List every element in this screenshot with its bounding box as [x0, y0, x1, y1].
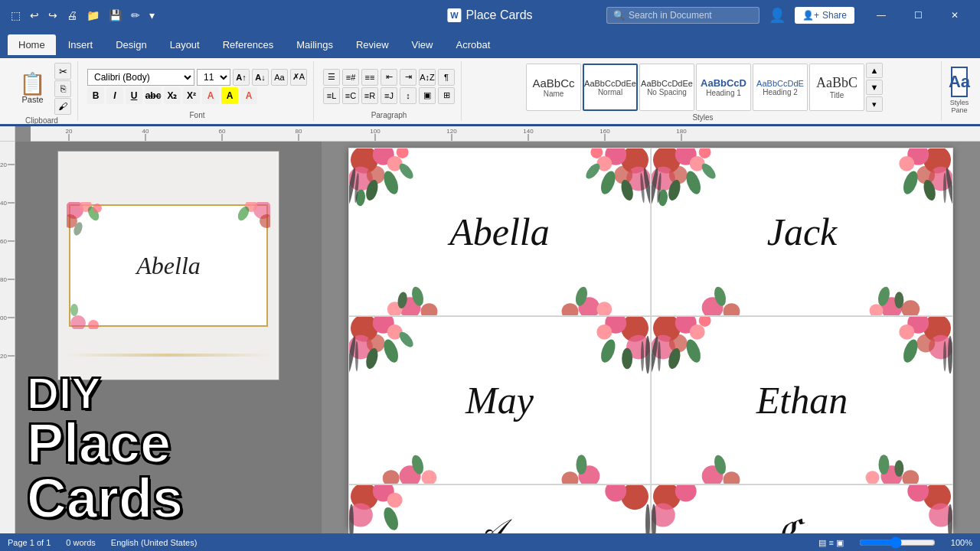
- underline-button[interactable]: U: [126, 87, 142, 104]
- cut-button[interactable]: ✂: [54, 63, 71, 80]
- draw-icon[interactable]: ✏: [128, 8, 143, 23]
- style-title[interactable]: AaBbC Title: [809, 64, 864, 111]
- ruler-vertical: 20 40 60 80 100 120: [0, 142, 15, 533]
- tab-mailings[interactable]: Mailings: [286, 34, 344, 55]
- tab-acrobat[interactable]: Acrobat: [445, 34, 501, 55]
- open-icon[interactable]: 📁: [83, 8, 103, 23]
- place-card-jack[interactable]: Jack: [651, 148, 953, 316]
- font-shrink-button[interactable]: A↓: [252, 69, 269, 86]
- search-box[interactable]: 🔍 Search in Document: [606, 7, 760, 24]
- styles-scroll-up[interactable]: ▲: [866, 63, 883, 78]
- numbering-button[interactable]: ≡#: [342, 69, 359, 86]
- style-heading1[interactable]: AaBbCcD Heading 1: [696, 64, 751, 111]
- tab-references[interactable]: References: [212, 34, 284, 55]
- styles-scroll-down[interactable]: ▼: [866, 80, 883, 95]
- save-icon[interactable]: ⬚: [8, 8, 24, 23]
- minimize-button[interactable]: —: [864, 4, 899, 27]
- print-icon[interactable]: 🖨: [64, 8, 80, 23]
- tab-view[interactable]: View: [401, 34, 444, 55]
- tab-home[interactable]: Home: [8, 34, 56, 55]
- tab-layout[interactable]: Layout: [159, 34, 211, 55]
- svg-text:60: 60: [219, 128, 226, 135]
- shading-para-button[interactable]: ▣: [419, 87, 436, 104]
- style-no-spacing[interactable]: AaBbCcDdEe No Spacing: [639, 64, 694, 111]
- increase-indent-button[interactable]: ⇥: [400, 69, 416, 86]
- svg-point-158: [387, 493, 403, 508]
- font-group: Calibri (Body) 11 A↑ A↓ Aa ✗A B I U: [81, 61, 314, 121]
- show-formatting-button[interactable]: ¶: [438, 69, 455, 86]
- search-icon: 🔍: [613, 10, 625, 21]
- close-button[interactable]: ✕: [937, 4, 972, 27]
- font-color-button[interactable]: A: [202, 87, 219, 104]
- svg-point-73: [596, 302, 612, 315]
- more-icon[interactable]: ▾: [146, 8, 158, 23]
- bullets-button[interactable]: ☰: [323, 69, 340, 86]
- superscript-button[interactable]: X²: [183, 87, 200, 104]
- multilevel-button[interactable]: ≡≡: [361, 69, 378, 86]
- align-center-button[interactable]: ≡C: [342, 87, 359, 104]
- svg-point-151: [902, 470, 919, 484]
- maximize-button[interactable]: ☐: [900, 4, 936, 27]
- style-heading2[interactable]: AaBbCcDdE Heading 2: [753, 64, 808, 111]
- place-card-6[interactable]: ℭ...: [651, 484, 953, 533]
- align-right-button[interactable]: ≡R: [361, 87, 378, 104]
- card-name-may: May: [466, 379, 534, 422]
- svg-point-72: [562, 303, 579, 315]
- strikethrough-button[interactable]: abc: [145, 87, 162, 104]
- clear-format-button[interactable]: ✗A: [290, 69, 307, 86]
- user-icon[interactable]: 👤: [769, 7, 786, 24]
- svg-point-159: [381, 506, 401, 533]
- copy-button[interactable]: ⎘: [54, 80, 71, 97]
- svg-text:180: 180: [676, 128, 687, 135]
- svg-text:140: 140: [523, 128, 534, 135]
- title-bar-left: ⬚ ↩ ↪ 🖨 📁 💾 ✏ ▾: [8, 8, 158, 23]
- ribbon-content: 📋 Paste ✂ ⎘ 🖌 Clipboard: [0, 58, 980, 126]
- svg-point-103: [894, 292, 903, 308]
- place-card-5[interactable]: 𝒜...: [348, 484, 651, 533]
- text-highlight-button[interactable]: A: [221, 87, 238, 104]
- font-name-select[interactable]: Calibri (Body): [87, 69, 194, 86]
- styles-pane-button[interactable]: Aa Styles Pane: [951, 67, 968, 114]
- borders-button[interactable]: ⊞: [438, 87, 455, 104]
- paste-button[interactable]: 📋 Paste: [12, 70, 53, 108]
- line-spacing-button[interactable]: ↕: [400, 87, 416, 104]
- italic-button[interactable]: I: [106, 87, 123, 104]
- place-card-ethan[interactable]: Ethan: [651, 316, 953, 484]
- svg-point-41: [88, 320, 99, 329]
- change-case-button[interactable]: Aa: [271, 69, 288, 86]
- svg-point-97: [724, 303, 740, 315]
- document-scroll[interactable]: ⊕: [322, 142, 980, 533]
- styles-pane-group: Aa Styles Pane: [945, 61, 974, 121]
- document-page: ⊕: [348, 148, 953, 527]
- bold-button[interactable]: B: [87, 87, 104, 104]
- svg-point-142: [899, 324, 914, 340]
- style-name[interactable]: AaBbCc Name: [526, 64, 581, 111]
- view-mode-icons[interactable]: ▤ ≡ ▣: [818, 538, 844, 548]
- justify-button[interactable]: ≡J: [381, 87, 397, 104]
- tab-review[interactable]: Review: [345, 34, 400, 55]
- decrease-indent-button[interactable]: ⇤: [381, 69, 397, 86]
- styles-more[interactable]: ▾: [866, 96, 883, 112]
- undo-icon[interactable]: ↩: [27, 8, 42, 23]
- place-card-abella[interactable]: Abella: [348, 148, 651, 316]
- zoom-slider[interactable]: [859, 536, 936, 549]
- subscript-button[interactable]: X₂: [164, 87, 181, 104]
- redo-icon[interactable]: ↪: [45, 8, 60, 23]
- tab-insert[interactable]: Insert: [57, 34, 104, 55]
- svg-point-152: [866, 471, 880, 484]
- font-size-select[interactable]: 11: [197, 69, 230, 86]
- paragraph-label: Paragraph: [371, 109, 407, 119]
- svg-point-145: [948, 336, 952, 374]
- share-button[interactable]: 👤+ Share: [795, 7, 854, 24]
- format-painter-button[interactable]: 🖌: [54, 98, 71, 115]
- save2-icon[interactable]: 💾: [106, 8, 125, 23]
- align-left-button[interactable]: ≡L: [323, 87, 340, 104]
- word-count: 0 words: [66, 538, 96, 547]
- shading-button[interactable]: A: [240, 87, 257, 104]
- place-card-may[interactable]: May: [348, 316, 651, 484]
- svg-text:120: 120: [446, 128, 457, 135]
- sort-button[interactable]: A↕Z: [419, 69, 436, 86]
- font-grow-button[interactable]: A↑: [233, 69, 250, 86]
- style-normal[interactable]: AaBbCcDdEe Normal: [583, 64, 638, 111]
- tab-design[interactable]: Design: [105, 34, 157, 55]
